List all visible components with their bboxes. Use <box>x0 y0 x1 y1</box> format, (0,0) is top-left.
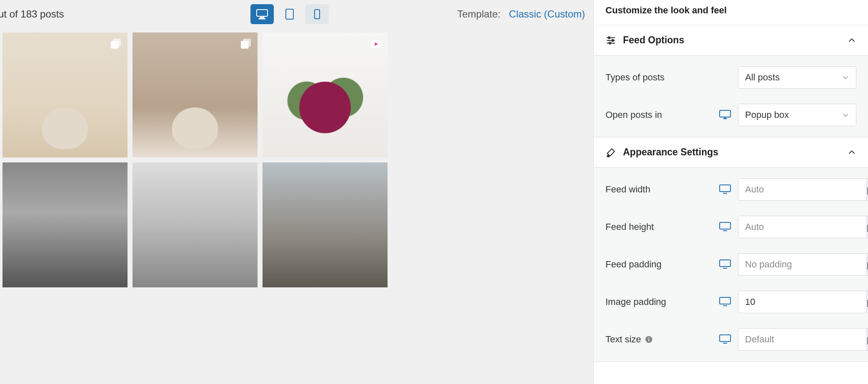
section-body-feed-options: Types of posts All posts Open posts in P… <box>594 55 868 137</box>
row-feed-height: Feed height px <box>605 208 856 246</box>
desktop-icon[interactable] <box>719 296 731 308</box>
text-size-label-text: Text size <box>605 334 641 345</box>
desktop-icon[interactable] <box>719 258 731 271</box>
feed-post[interactable] <box>3 32 128 157</box>
feed-post[interactable] <box>133 162 258 287</box>
open-posts-in-select[interactable]: Popup box <box>738 104 856 126</box>
posts-count: ut of 183 posts <box>0 8 64 20</box>
preview-pane: ut of 183 posts Template: Classic (Custo… <box>0 0 593 384</box>
row-label: Feed height <box>605 222 719 232</box>
info-icon[interactable] <box>645 335 653 344</box>
feed-post[interactable] <box>133 32 258 157</box>
section-body-appearance-settings: Feed width px Feed height px Feed paddin… <box>594 167 868 362</box>
section-header-appearance-settings[interactable]: Appearance Settings <box>594 137 868 167</box>
template-info: Template: Classic (Custom) <box>457 8 585 20</box>
sliders-icon <box>605 35 616 46</box>
desktop-icon[interactable] <box>719 333 731 346</box>
mobile-icon <box>314 9 320 20</box>
feed-post[interactable] <box>263 162 388 287</box>
svg-rect-17 <box>720 110 730 117</box>
svg-rect-26 <box>720 260 730 267</box>
feed-padding-input[interactable] <box>738 253 867 276</box>
section-label: Appearance Settings <box>623 147 840 158</box>
desktop-icon[interactable] <box>719 109 731 121</box>
desktop-icon[interactable] <box>719 221 731 233</box>
svg-rect-31 <box>648 339 649 341</box>
chevron-up-icon <box>847 36 856 45</box>
svg-rect-22 <box>720 185 730 192</box>
tablet-icon <box>285 8 294 20</box>
row-image-padding: Image padding px <box>605 283 856 321</box>
post-image <box>3 32 128 157</box>
svg-rect-3 <box>286 9 293 19</box>
device-toggle-group <box>250 4 329 24</box>
video-icon <box>369 37 383 51</box>
svg-rect-6 <box>113 39 121 47</box>
desktop-icon <box>256 9 268 20</box>
svg-rect-4 <box>315 10 320 19</box>
text-size-input[interactable] <box>738 328 867 351</box>
template-link[interactable]: Classic (Custom) <box>509 8 585 20</box>
select-value: All posts <box>745 72 780 83</box>
paint-icon <box>605 147 616 158</box>
feed-grid-wrap <box>0 32 593 287</box>
row-text-size: Text size px <box>605 321 856 358</box>
device-mobile-button[interactable] <box>305 4 329 24</box>
svg-rect-8 <box>243 39 251 47</box>
feed-post[interactable] <box>263 32 388 157</box>
svg-rect-32 <box>648 337 649 338</box>
settings-sidebar: Customize the look and feel Feed Options… <box>593 0 868 384</box>
svg-rect-24 <box>720 222 730 229</box>
svg-rect-33 <box>720 335 730 342</box>
select-value: Popup box <box>745 110 789 120</box>
chevron-down-icon <box>842 111 849 119</box>
feed-grid <box>3 32 591 287</box>
svg-rect-28 <box>720 297 730 304</box>
svg-rect-1 <box>260 17 264 18</box>
gallery-icon <box>109 37 123 51</box>
desktop-icon[interactable] <box>719 183 731 196</box>
feed-height-input[interactable] <box>738 216 867 238</box>
svg-point-16 <box>609 42 611 44</box>
device-tablet-button[interactable] <box>278 4 301 24</box>
row-label: Feed padding <box>605 259 719 270</box>
row-feed-width: Feed width px <box>605 171 856 208</box>
row-label: Types of posts <box>605 72 738 83</box>
svg-point-21 <box>607 155 609 157</box>
panel-title: Customize the look and feel <box>594 0 868 25</box>
gallery-icon <box>239 37 253 51</box>
post-image <box>279 74 371 141</box>
chevron-up-icon <box>847 148 856 157</box>
feed-post[interactable] <box>3 162 128 287</box>
post-image <box>133 32 258 157</box>
row-feed-padding: Feed padding px <box>605 246 856 283</box>
device-desktop-button[interactable] <box>250 4 274 24</box>
template-label: Template: <box>457 8 500 20</box>
svg-rect-0 <box>257 10 268 16</box>
image-padding-input[interactable] <box>738 291 867 313</box>
row-label: Image padding <box>605 297 719 307</box>
feed-width-input[interactable] <box>738 178 867 201</box>
svg-point-15 <box>612 39 613 41</box>
svg-point-14 <box>608 37 610 38</box>
types-of-posts-select[interactable]: All posts <box>738 66 856 89</box>
row-label: Open posts in <box>605 110 719 120</box>
row-types-of-posts: Types of posts All posts <box>605 59 856 96</box>
section-label: Feed Options <box>623 35 840 46</box>
preview-toolbar: ut of 183 posts Template: Classic (Custo… <box>0 4 593 32</box>
section-header-feed-options[interactable]: Feed Options <box>594 25 868 55</box>
svg-rect-2 <box>259 18 265 19</box>
chevron-down-icon <box>842 74 849 81</box>
row-label: Feed width <box>605 184 719 195</box>
row-open-posts-in: Open posts in Popup box <box>605 96 856 134</box>
row-label: Text size <box>605 334 719 345</box>
